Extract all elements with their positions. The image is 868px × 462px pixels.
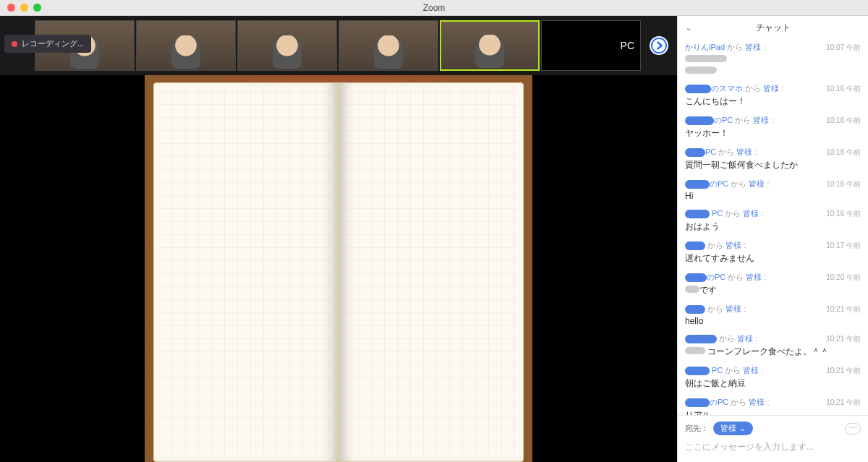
video-gallery: PC xyxy=(0,16,677,75)
record-icon xyxy=(12,41,17,47)
chat-to-label: 宛先： xyxy=(685,423,709,434)
chat-sender: PC から 皆様 : xyxy=(685,365,764,376)
chat-timestamp: 10:16 午前 xyxy=(826,84,861,94)
chat-more-button[interactable]: ⋯ xyxy=(845,423,861,435)
participant-thumb[interactable]: PC xyxy=(541,20,641,71)
chat-input[interactable]: ここにメッセージを入力します... xyxy=(685,441,861,453)
redacted-area xyxy=(548,34,591,51)
chat-timestamp: 10:16 午前 xyxy=(826,179,861,189)
shared-content-stage xyxy=(0,75,677,462)
chat-message: から 皆様 :10:17 午前遅れてすみません xyxy=(685,240,861,265)
chat-timestamp: 10:20 午前 xyxy=(826,273,861,283)
chat-body-text: こんにちはー！ xyxy=(685,94,861,108)
chat-title: チャット xyxy=(756,22,791,34)
chat-message: かりんiPad から 皆様 :10:07 午前 xyxy=(685,42,861,76)
chat-message: から 皆様 :10:21 午前hello xyxy=(685,304,861,326)
chat-sender: から 皆様 : xyxy=(685,240,746,251)
chat-sender: のPC から 皆様 : xyxy=(685,272,767,283)
chat-body-text: 朝はご飯と納豆 xyxy=(685,376,861,390)
chat-sender: のPC から 皆様 : xyxy=(685,179,770,189)
chat-message: のPC から 皆様 :10:16 午前Hi xyxy=(685,179,861,201)
chat-sender: のスマホ から 皆様 : xyxy=(685,83,783,94)
arrow-right-circle-icon xyxy=(651,38,667,54)
participant-thumb-active[interactable] xyxy=(440,20,540,71)
chat-sender: のPC から 皆様 : xyxy=(685,115,774,126)
chat-body-text: ヤッホー！ xyxy=(685,126,861,140)
chat-message: のPC から 皆様 :10:16 午前ヤッホー！ xyxy=(685,115,861,140)
chat-panel: ⌄ チャット かりんiPad から 皆様 :10:07 午前のスマホ から 皆様… xyxy=(677,16,868,462)
chat-message: のPC から 皆様 :10:21 午前リアル xyxy=(685,397,861,415)
svg-point-0 xyxy=(652,38,666,53)
chat-timestamp: 10:21 午前 xyxy=(826,398,861,408)
chat-sender: かりんiPad から 皆様 : xyxy=(685,42,765,53)
chat-sender: から 皆様 : xyxy=(685,333,757,344)
chat-timestamp: 10:16 午前 xyxy=(826,116,861,126)
recording-label: レコーディング... xyxy=(22,38,84,49)
meeting-main-area: PC レコーディング... xyxy=(0,16,677,462)
participant-thumb[interactable] xyxy=(237,20,337,71)
gallery-next-button[interactable] xyxy=(650,36,668,55)
chat-body-text: リアル xyxy=(685,408,861,415)
chat-message: PC から 皆様 :10:16 午前質問一朝ご飯何食べましたか xyxy=(685,147,861,171)
chat-timestamp: 10:16 午前 xyxy=(826,147,861,158)
chat-body-text: です xyxy=(685,283,861,296)
chat-message-list[interactable]: かりんiPad から 皆様 :10:07 午前のスマホ から 皆様 :10:16… xyxy=(678,39,868,415)
chat-sender: のPC から 皆様 : xyxy=(685,397,770,408)
chat-message: のスマホ から 皆様 :10:16 午前こんにちはー！ xyxy=(685,83,861,108)
chat-body-text xyxy=(685,53,861,64)
chat-timestamp: 10:21 午前 xyxy=(826,366,861,376)
chat-body-text: hello xyxy=(685,315,861,326)
window-title: Zoom xyxy=(0,3,868,13)
chevron-down-icon: ⌄ xyxy=(739,424,746,433)
chat-message: PC から 皆様 :10:16 午前おはよう xyxy=(685,208,861,233)
window-titlebar: Zoom xyxy=(0,0,868,16)
chat-timestamp: 10:16 午前 xyxy=(826,209,861,219)
shared-notebook xyxy=(143,75,534,462)
chat-collapse-button[interactable]: ⌄ xyxy=(685,22,692,33)
chat-message: PC から 皆様 :10:21 午前朝はご飯と納豆 xyxy=(685,365,861,390)
participant-label: PC xyxy=(621,40,634,51)
chat-timestamp: 10:17 午前 xyxy=(826,241,861,251)
participant-thumb[interactable] xyxy=(339,20,438,71)
chat-message: から 皆様 :10:21 午前 コーンフレーク食べたよ。＾＾ xyxy=(685,333,861,358)
chat-timestamp: 10:21 午前 xyxy=(826,334,861,344)
chat-body-text: おはよう xyxy=(685,219,861,233)
chat-sender: から 皆様 : xyxy=(685,304,746,315)
chat-timestamp: 10:21 午前 xyxy=(826,304,861,315)
chat-message: のPC から 皆様 :10:20 午前です xyxy=(685,272,861,296)
chat-sender: PC から 皆様 : xyxy=(685,147,757,158)
chat-body-text: 遅れてすみません xyxy=(685,251,861,265)
chat-body-text: コーンフレーク食べたよ。＾＾ xyxy=(685,344,861,358)
recording-indicator[interactable]: レコーディング... xyxy=(4,35,91,53)
chat-recipient-dropdown[interactable]: 皆様 ⌄ xyxy=(713,422,753,435)
chat-sender: PC から 皆様 : xyxy=(685,208,764,219)
chat-timestamp: 10:07 午前 xyxy=(826,43,861,53)
chat-body-text: Hi xyxy=(685,189,861,201)
participant-thumb[interactable] xyxy=(136,20,236,71)
chat-body-text: 質問一朝ご飯何食べましたか xyxy=(685,158,861,171)
